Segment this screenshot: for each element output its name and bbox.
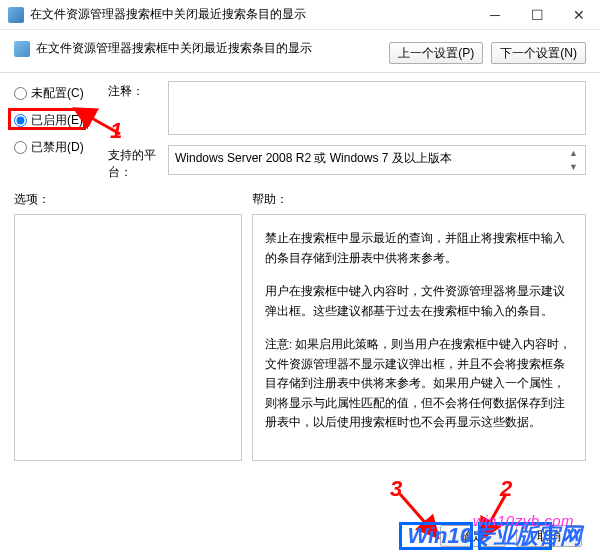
- annotation-arrow-1: [82, 112, 126, 143]
- supported-platforms-text: Windows Server 2008 R2 或 Windows 7 及以上版本: [175, 150, 452, 167]
- close-button[interactable]: ✕: [558, 0, 600, 30]
- supported-scrollbar[interactable]: ▲ ▼: [569, 148, 583, 172]
- comment-label: 注释：: [108, 81, 168, 100]
- previous-setting-button[interactable]: 上一个设置(P): [389, 42, 483, 64]
- options-panel: [14, 214, 242, 461]
- help-paragraph: 注意: 如果启用此策略，则当用户在搜索框中键入内容时，文件资源管理器不显示建议弹…: [265, 335, 573, 433]
- scroll-down-icon: ▼: [569, 162, 583, 172]
- scroll-up-icon: ▲: [569, 148, 583, 158]
- options-label: 选项：: [14, 191, 242, 208]
- supported-platforms-box: Windows Server 2008 R2 或 Windows 7 及以上版本…: [168, 145, 586, 175]
- not-configured-radio[interactable]: [14, 87, 27, 100]
- policy-icon: [14, 41, 30, 57]
- watermark-brand: Win10专业版官网: [407, 521, 582, 551]
- app-icon: [8, 7, 24, 23]
- comment-textarea[interactable]: [168, 81, 586, 135]
- policy-title: 在文件资源管理器搜索框中关闭最近搜索条目的显示: [36, 40, 312, 57]
- minimize-button[interactable]: ─: [474, 0, 516, 30]
- divider: [0, 72, 600, 73]
- not-configured-label: 未配置(C): [31, 85, 84, 102]
- annotation-highlight-enabled: [8, 108, 86, 130]
- help-paragraph: 用户在搜索框中键入内容时，文件资源管理器将显示建议弹出框。这些建议都基于过去在搜…: [265, 282, 573, 321]
- disabled-label: 已禁用(D): [31, 139, 84, 156]
- maximize-button[interactable]: ☐: [516, 0, 558, 30]
- help-label: 帮助：: [252, 191, 586, 208]
- svg-line-1: [88, 116, 120, 134]
- supported-label: 支持的平台：: [108, 145, 168, 181]
- help-paragraph: 禁止在搜索框中显示最近的查询，并阻止将搜索框中输入的条目存储到注册表中供将来参考…: [265, 229, 573, 268]
- window-title: 在文件资源管理器搜索框中关闭最近搜索条目的显示: [30, 6, 474, 23]
- next-setting-button[interactable]: 下一个设置(N): [491, 42, 586, 64]
- help-panel: 禁止在搜索框中显示最近的查询，并阻止将搜索框中输入的条目存储到注册表中供将来参考…: [252, 214, 586, 461]
- disabled-radio[interactable]: [14, 141, 27, 154]
